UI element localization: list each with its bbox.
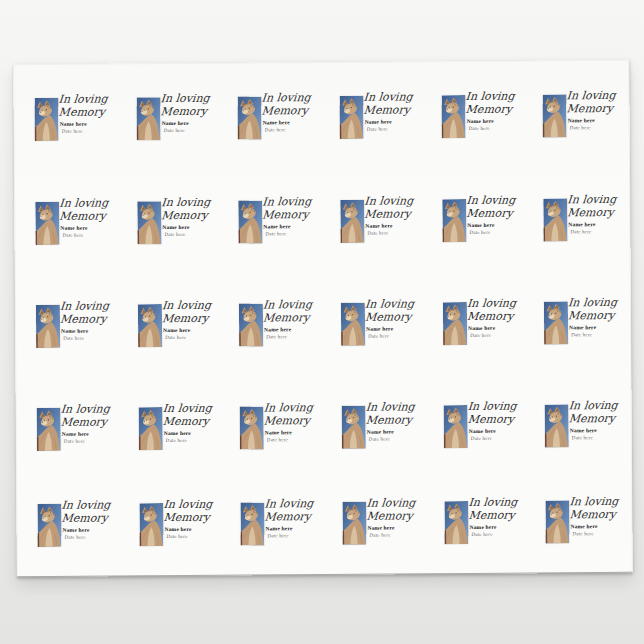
name-placeholder-text: Name here: [265, 429, 292, 435]
memorial-script-text: In loving Memory: [563, 89, 618, 115]
script-line-2: Memory: [565, 309, 618, 322]
script-line-2: Memory: [160, 511, 213, 524]
cat-photo: [238, 200, 262, 243]
cat-photo: [542, 94, 566, 137]
script-line-2: Memory: [564, 206, 617, 219]
name-placeholder-text: Name here: [467, 221, 494, 227]
script-line-2: Memory: [360, 103, 413, 116]
date-placeholder-text: Date here: [62, 233, 83, 238]
script-line-2: Memory: [57, 415, 110, 428]
date-placeholder-text: Date here: [469, 230, 490, 235]
script-line-2: Memory: [159, 312, 212, 325]
name-placeholder-text: Name here: [264, 326, 291, 332]
script-line-1: In loving: [59, 498, 112, 511]
cat-photo: [240, 502, 264, 545]
date-placeholder-text: Date here: [164, 128, 185, 133]
cat-photo-graphic: [441, 95, 465, 138]
date-placeholder-text: Date here: [471, 532, 492, 537]
cat-photo-graphic: [240, 406, 264, 449]
memorial-tile: In loving Memory Name here Date here: [36, 304, 112, 349]
cat-photo-graphic: [542, 94, 566, 137]
cat-photo: [34, 98, 58, 141]
script-line-2: Memory: [362, 310, 415, 323]
memorial-tile: In loving Memory Name here Date here: [138, 304, 214, 349]
memorial-tile: In loving Memory Name here Date here: [444, 501, 520, 546]
script-line-2: Memory: [463, 207, 516, 220]
memorial-tile: In loving Memory Name here Date here: [444, 405, 520, 450]
script-line-1: In loving: [363, 297, 416, 310]
script-line-1: In loving: [262, 497, 315, 510]
name-placeholder-text: Name here: [365, 118, 392, 124]
memorial-tile: In loving Memory Name here Date here: [443, 302, 519, 347]
memorial-tile: In loving Memory Name here Date here: [137, 201, 213, 246]
cat-photo-graphic: [444, 501, 468, 544]
name-placeholder-text: Name here: [367, 428, 394, 434]
wrapping-paper-sheet: In loving Memory Name here Date here: [13, 60, 633, 577]
memorial-script-text: In loving Memory: [462, 90, 517, 116]
name-placeholder-text: Name here: [469, 427, 496, 433]
cat-photo-graphic: [237, 96, 261, 139]
memorial-tile: In loving Memory Name here Date here: [442, 199, 518, 244]
date-placeholder-text: Date here: [369, 533, 390, 538]
memorial-tile: In loving Memory Name here Date here: [542, 94, 618, 139]
cat-photo-graphic: [442, 199, 466, 242]
memorial-script-text: In loving Memory: [160, 498, 215, 524]
cat-photo: [442, 199, 466, 242]
memorial-script-text: In loving Memory: [463, 194, 518, 220]
date-placeholder-text: Date here: [572, 435, 593, 440]
name-placeholder-text: Name here: [263, 119, 290, 125]
script-line-2: Memory: [465, 509, 518, 522]
date-placeholder-text: Date here: [368, 334, 389, 339]
memorial-tile: In loving Memory Name here Date here: [34, 97, 110, 142]
name-placeholder-text: Name here: [366, 325, 393, 331]
cat-photo: [137, 201, 161, 244]
memorial-tile: In loving Memory Name here Date here: [237, 96, 313, 141]
cat-photo: [543, 198, 567, 241]
cat-photo-graphic: [545, 404, 569, 447]
name-placeholder-text: Name here: [467, 117, 494, 123]
name-placeholder-text: Name here: [469, 523, 496, 529]
date-placeholder-text: Date here: [62, 129, 83, 134]
cat-photo-graphic: [342, 502, 366, 545]
script-line-2: Memory: [363, 509, 416, 522]
script-line-2: Memory: [55, 105, 108, 118]
script-line-2: Memory: [260, 311, 313, 324]
cat-photo-graphic: [238, 200, 262, 243]
memorial-script-text: In loving Memory: [361, 194, 416, 220]
cat-photo-graphic: [138, 304, 162, 347]
cat-photo: [136, 97, 160, 140]
cat-photo-graphic: [139, 407, 163, 450]
cat-photo-graphic: [136, 97, 160, 140]
script-line-1: In loving: [260, 195, 313, 208]
date-placeholder-text: Date here: [469, 126, 490, 131]
cat-photo: [545, 404, 569, 447]
script-line-1: In loving: [59, 402, 112, 415]
cat-photo-graphic: [239, 303, 263, 346]
script-line-1: In loving: [465, 297, 518, 310]
script-line-1: In loving: [262, 401, 315, 414]
memorial-tile: In loving Memory Name here Date here: [545, 404, 621, 449]
script-line-2: Memory: [565, 412, 618, 425]
date-placeholder-text: Date here: [63, 336, 84, 341]
date-placeholder-text: Date here: [64, 439, 85, 444]
memorial-tile: In loving Memory Name here Date here: [37, 407, 113, 452]
cat-photo-graphic: [545, 500, 569, 543]
script-line-2: Memory: [159, 415, 212, 428]
name-placeholder-text: Name here: [162, 119, 189, 125]
cat-photo-graphic: [137, 201, 161, 244]
script-line-2: Memory: [563, 102, 616, 115]
memorial-tile: In loving Memory Name here Date here: [240, 406, 316, 451]
date-placeholder-text: Date here: [265, 127, 286, 132]
date-placeholder-text: Date here: [267, 533, 288, 538]
memorial-tile: In loving Memory Name here Date here: [139, 407, 215, 452]
script-line-1: In loving: [159, 92, 212, 105]
cat-photo: [240, 406, 264, 449]
script-line-1: In loving: [566, 296, 619, 309]
cat-photo: [443, 302, 467, 345]
memorial-script-text: In loving Memory: [362, 297, 417, 323]
cat-photo-graphic: [342, 406, 366, 449]
date-placeholder-text: Date here: [164, 232, 185, 237]
script-line-1: In loving: [565, 193, 618, 206]
cat-photo: [35, 202, 59, 245]
memorial-script-text: In loving Memory: [260, 298, 315, 324]
